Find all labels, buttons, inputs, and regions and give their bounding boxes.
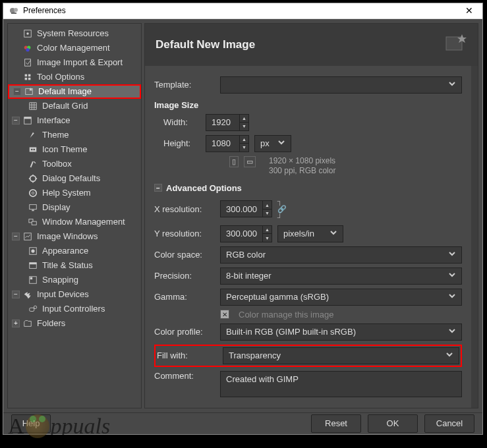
spin-up-icon[interactable]: ▲ — [239, 115, 248, 123]
sidebar-item-label: Tool Options — [37, 72, 84, 82]
sidebar-item-label: Folders — [37, 318, 65, 328]
spin-down-icon[interactable]: ▼ — [239, 144, 248, 152]
sidebar-item-snapping[interactable]: Snapping — [8, 273, 141, 287]
help-button[interactable]: Help — [11, 414, 51, 433]
svg-point-1 — [14, 8, 18, 12]
yres-input[interactable]: 300.000 ▲▼ — [220, 225, 272, 242]
sidebar-item-dialog-defaults[interactable]: Dialog Defaults — [8, 171, 141, 186]
sidebar-item-folders[interactable]: +Folders — [8, 316, 141, 331]
chevron-down-icon — [448, 327, 456, 337]
precision-select[interactable]: 8-bit integer — [220, 267, 462, 285]
sidebar-item-label: System Resources — [37, 28, 109, 38]
sidebar-item-label: Title & Status — [42, 260, 93, 270]
sidebar-item-theme[interactable]: Theme — [8, 128, 141, 142]
svg-marker-14 — [29, 88, 32, 91]
collapse-icon[interactable]: − — [12, 233, 20, 240]
sidebar-item-tool-options[interactable]: ·Tool Options — [8, 70, 141, 84]
xres-input[interactable]: 300.000 ▲▼ — [220, 200, 272, 217]
color-manage-checkbox[interactable]: ✕ — [220, 310, 229, 319]
ppi-info: 300 ppi, RGB color — [269, 166, 335, 177]
sidebar-item-help-system[interactable]: Help System — [8, 186, 141, 200]
spin-up-icon[interactable]: ▲ — [239, 136, 248, 144]
chevron-down-icon — [448, 250, 456, 260]
chain-icon[interactable]: ┐🔗┘ — [277, 197, 287, 221]
tree-item-icon — [28, 130, 38, 140]
tree-item-icon — [28, 260, 38, 271]
ok-button[interactable]: OK — [368, 414, 418, 433]
imagesize-head: Image Size — [154, 100, 462, 110]
fill-select[interactable]: Transparency — [223, 347, 459, 364]
sidebar-item-label: Image Windows — [37, 231, 98, 241]
tree-item-icon — [28, 144, 38, 155]
sidebar-item-appearance[interactable]: Appearance — [8, 244, 141, 258]
sidebar-item-image-windows[interactable]: −Image Windows — [8, 229, 141, 244]
width-label: Width: — [163, 117, 200, 127]
sidebar-item-label: Display — [42, 202, 71, 212]
tree-item-icon — [28, 188, 38, 198]
gamma-select[interactable]: Perceptual gamma (sRGB) — [220, 289, 462, 306]
sidebar-item-icon-theme[interactable]: Icon Theme — [8, 142, 141, 157]
tree-item-icon — [28, 217, 38, 227]
sidebar-item-color-management[interactable]: ·Color Management — [8, 41, 141, 55]
precision-label: Precision: — [154, 271, 215, 281]
sidebar-item-toolbox[interactable]: Toolbox — [8, 157, 141, 171]
close-icon[interactable]: ✕ — [461, 5, 477, 16]
sidebar-item-default-grid[interactable]: Default Grid — [8, 99, 141, 113]
chevron-down-icon — [448, 271, 456, 281]
expand-icon[interactable]: + — [12, 320, 20, 327]
height-input[interactable]: 1080 ▲▼ — [206, 135, 249, 152]
sidebar-item-image-import-export[interactable]: ·Image Import & Export — [8, 55, 141, 70]
svg-point-21 — [30, 189, 37, 196]
sidebar-item-label: Toolbox — [42, 159, 72, 169]
svg-rect-26 — [32, 221, 36, 225]
cancel-button[interactable]: Cancel — [424, 414, 474, 433]
sidebar-item-display[interactable]: Display — [8, 200, 141, 215]
tree-item-icon — [24, 86, 34, 97]
height-label: Height: — [163, 138, 200, 148]
chevron-down-icon — [445, 350, 453, 360]
titlebar[interactable]: Preferences ✕ — [3, 3, 482, 19]
sidebar-item-default-image[interactable]: −Default Image — [8, 84, 141, 99]
tree-item-icon — [28, 202, 38, 213]
svg-point-29 — [31, 249, 34, 252]
sidebar-item-system-resources[interactable]: ·System Resources — [8, 26, 141, 41]
comment-input[interactable]: Created with GIMP — [220, 371, 462, 397]
main-panel: Default New Image Template: Image Size — [144, 23, 478, 408]
reset-button[interactable]: Reset — [311, 414, 361, 433]
sidebar-item-label: Window Management — [42, 217, 125, 227]
collapse-icon[interactable]: − — [12, 117, 20, 125]
collapse-icon[interactable]: − — [13, 88, 21, 96]
size-unit-select[interactable]: px — [254, 135, 291, 152]
landscape-icon[interactable]: ▭ — [244, 156, 256, 167]
tree-item-icon — [22, 115, 33, 126]
sidebar-item-input-devices[interactable]: −Input Devices — [8, 287, 141, 302]
window-title: Preferences — [23, 6, 66, 15]
tree-item-icon — [28, 173, 38, 184]
svg-rect-8 — [25, 59, 31, 66]
sidebar-item-label: Interface — [37, 115, 71, 125]
portrait-icon[interactable]: ▯ — [229, 156, 239, 167]
template-select[interactable] — [220, 76, 462, 94]
svg-rect-33 — [30, 277, 33, 279]
svg-point-4 — [26, 32, 29, 35]
svg-rect-10 — [28, 74, 31, 76]
tree-item-icon — [22, 72, 33, 82]
width-input[interactable]: 1920 ▲▼ — [206, 114, 249, 131]
sidebar-item-window-management[interactable]: Window Management — [8, 215, 141, 229]
res-unit-select[interactable]: pixels/in — [277, 225, 343, 242]
collapse-icon[interactable]: − — [12, 291, 20, 298]
svg-rect-2 — [11, 13, 16, 14]
sidebar-item-label: Default Image — [38, 86, 92, 96]
sidebar-item-label: Color Management — [37, 43, 110, 53]
sidebar-item-label: Image Import & Export — [37, 57, 123, 67]
colorspace-label: Color space: — [154, 250, 215, 260]
advanced-head[interactable]: − Advanced Options — [154, 183, 462, 193]
chevron-down-icon — [277, 138, 285, 148]
colorspace-select[interactable]: RGB color — [220, 246, 462, 264]
sidebar-item-title-status[interactable]: Title & Status — [8, 258, 141, 273]
collapse-icon[interactable]: − — [154, 184, 162, 192]
profile-select[interactable]: Built-in RGB (GIMP built-in sRGB) — [220, 323, 462, 341]
sidebar-item-interface[interactable]: −Interface — [8, 113, 141, 128]
spin-down-icon[interactable]: ▼ — [239, 123, 248, 130]
sidebar-item-input-controllers[interactable]: Input Controllers — [8, 302, 141, 316]
